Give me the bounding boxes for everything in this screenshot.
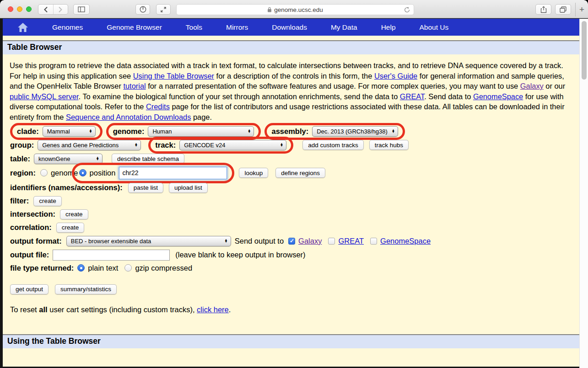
inline-link[interactable]: Using the Table Browser: [133, 72, 214, 80]
browser-window: genome.ucsc.edu +: [0, 0, 588, 368]
track-label: track:: [155, 141, 176, 149]
genome-select[interactable]: Human ▲▼: [148, 126, 254, 137]
chevron-updown-icon: ▲▼: [135, 143, 138, 147]
table-browser-form: clade: Mammal ▲▼ genome: Human ▲▼: [3, 123, 579, 294]
inline-link[interactable]: public MySQL server: [10, 92, 79, 101]
galaxy-checkbox[interactable]: [288, 238, 295, 245]
fullscreen-icon: [160, 6, 167, 13]
track-hubs-button[interactable]: track hubs: [369, 140, 409, 150]
summary-statistics-button[interactable]: summary/statistics: [55, 284, 117, 294]
output-format-select[interactable]: BED - browser extensible data ▲▼: [66, 236, 231, 246]
file-type-gzip-option[interactable]: gzip compressed: [124, 264, 192, 272]
file-type-plain-text-option[interactable]: plain text: [77, 264, 118, 272]
plus-icon: +: [579, 5, 584, 15]
genome-radio[interactable]: [40, 169, 48, 176]
describe-table-schema-button[interactable]: describe table schema: [112, 154, 184, 164]
upload-list-button[interactable]: upload list: [169, 183, 208, 193]
back-button[interactable]: [38, 5, 53, 14]
filter-label: filter:: [10, 197, 29, 205]
great-checkbox[interactable]: [328, 238, 335, 245]
nav-item-mirrors[interactable]: Mirrors: [226, 23, 248, 32]
correlation-label: correlation:: [10, 223, 52, 232]
forward-button[interactable]: [53, 5, 68, 14]
new-tab-button[interactable]: +: [575, 3, 588, 16]
show-tabs-button[interactable]: [555, 4, 571, 15]
inline-link[interactable]: User's Guide: [374, 72, 417, 80]
output-file-input[interactable]: [53, 250, 170, 261]
page-title: Table Browser: [3, 40, 579, 54]
destination-galaxy: Galaxy: [288, 237, 322, 245]
tabs-icon: [560, 6, 566, 13]
nav-item-my-data[interactable]: My Data: [331, 23, 357, 32]
nav-item-downloads[interactable]: Downloads: [272, 23, 307, 32]
assembly-select[interactable]: Dec. 2013 (GRCh38/hg38) ▲▼: [312, 126, 398, 137]
reload-button[interactable]: [404, 6, 410, 15]
scrollbar-track[interactable]: [579, 19, 588, 368]
sidebar-button[interactable]: [73, 4, 90, 15]
paste-list-button[interactable]: paste list: [128, 183, 163, 193]
row-filter: filter: create: [10, 196, 579, 206]
row-file-type: file type returned: plain text gzip comp…: [10, 264, 579, 272]
group-select[interactable]: Genes and Gene Predictions ▲▼: [38, 140, 141, 150]
share-button[interactable]: [535, 4, 551, 15]
intersection-create-button[interactable]: create: [60, 209, 88, 219]
position-radio[interactable]: [79, 169, 86, 176]
row-submit: get output summary/statistics: [10, 284, 579, 294]
extension-button[interactable]: [135, 4, 150, 15]
output-format-label: output format:: [10, 237, 62, 245]
gzip-radio[interactable]: [124, 264, 132, 272]
intro-text: Use this program to retrieve the data as…: [10, 60, 572, 123]
inline-link[interactable]: tutorial: [123, 82, 146, 90]
fullscreen-button[interactable]: [156, 4, 171, 15]
nav-item-help[interactable]: Help: [381, 23, 396, 32]
add-custom-tracks-button[interactable]: add custom tracks: [302, 140, 364, 150]
inline-link[interactable]: GREAT: [400, 92, 424, 101]
chevron-updown-icon: ▲▼: [224, 239, 227, 243]
assembly-label: assembly:: [271, 127, 308, 136]
nav-item-genomes[interactable]: Genomes: [52, 23, 83, 32]
position-annotation-circle: position: [72, 163, 235, 183]
inline-link[interactable]: Galaxy: [520, 82, 544, 90]
output-file-label: output file:: [10, 251, 49, 259]
inline-link[interactable]: click here: [197, 305, 229, 314]
reload-icon: [404, 6, 410, 13]
zoom-window-button[interactable]: [26, 6, 32, 12]
close-window-button[interactable]: [8, 6, 13, 12]
browser-chrome: genome.ucsc.edu +: [0, 0, 588, 18]
region-position-option[interactable]: position: [79, 169, 116, 177]
clade-select[interactable]: Mammal ▲▼: [43, 126, 96, 137]
lookup-button[interactable]: lookup: [239, 168, 268, 178]
row-intersection: intersection: create: [10, 209, 579, 219]
position-input[interactable]: [119, 167, 227, 179]
inline-link[interactable]: GenomeSpace: [473, 92, 523, 101]
plain-text-radio[interactable]: [77, 264, 85, 272]
group-label: group:: [10, 141, 34, 149]
scrollbar-thumb[interactable]: [582, 21, 587, 80]
inline-link[interactable]: Sequence and Annotation Downloads: [66, 113, 191, 121]
inline-link[interactable]: Credits: [146, 102, 170, 111]
galaxy-link[interactable]: Galaxy: [298, 237, 322, 245]
great-link[interactable]: GREAT: [338, 237, 364, 245]
correlation-create-button[interactable]: create: [56, 223, 85, 233]
chevron-updown-icon: ▲▼: [392, 129, 395, 133]
plain-text-label: plain text: [88, 264, 118, 272]
home-icon[interactable]: [17, 22, 28, 32]
gzip-label: gzip compressed: [135, 264, 192, 272]
region-label: region:: [10, 169, 36, 177]
filter-create-button[interactable]: create: [33, 196, 62, 206]
send-output-to-label: Send output to: [235, 237, 284, 245]
nav-item-genome-browser[interactable]: Genome Browser: [107, 23, 162, 32]
minimize-window-button[interactable]: [17, 6, 22, 12]
nav-item-about-us[interactable]: About Us: [420, 23, 449, 32]
forward-icon: [58, 6, 63, 13]
address-bar[interactable]: genome.ucsc.edu: [176, 4, 414, 15]
get-output-button[interactable]: get output: [10, 284, 49, 294]
nav-item-tools[interactable]: Tools: [186, 23, 202, 32]
genomespace-checkbox[interactable]: [370, 238, 377, 245]
row-output-file: output file: (leave blank to keep output…: [10, 250, 579, 261]
track-select[interactable]: GENCODE v24 ▲▼: [179, 140, 286, 150]
identifiers-label: identifiers (names/accessions):: [10, 183, 123, 192]
table-label: table:: [10, 155, 30, 163]
genomespace-link[interactable]: GenomeSpace: [380, 237, 431, 245]
define-regions-button[interactable]: define regions: [275, 168, 325, 178]
